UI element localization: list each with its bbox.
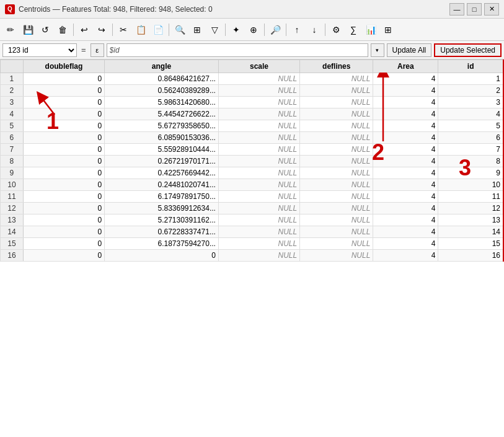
id-cell[interactable]: 1: [438, 73, 503, 85]
id-cell[interactable]: 3: [438, 97, 503, 108]
table-row[interactable]: 1305.27130391162...NULLNULL413: [1, 214, 504, 226]
table-cell[interactable]: 0: [23, 226, 104, 238]
window-controls[interactable]: — □ ✕: [449, 3, 499, 15]
table-cell[interactable]: 4: [373, 167, 438, 179]
update-all-button[interactable]: Update All: [387, 43, 432, 57]
table-cell[interactable]: 5.55928910444...: [105, 144, 219, 156]
select-btn[interactable]: ⊞: [189, 22, 205, 38]
table-cell[interactable]: 4: [373, 238, 438, 250]
add-row-btn[interactable]: ⊕: [245, 22, 262, 38]
table-cell[interactable]: NULL: [218, 97, 299, 108]
id-cell[interactable]: 7: [438, 144, 503, 156]
table-cell[interactable]: NULL: [218, 203, 299, 214]
field-selector[interactable]: 123 id: [2, 43, 77, 57]
table-cell[interactable]: 4: [373, 214, 438, 226]
table-row[interactable]: 800.26721970171...NULLNULL48: [1, 156, 504, 167]
table-cell[interactable]: NULL: [218, 214, 299, 226]
table-cell[interactable]: NULL: [218, 156, 299, 167]
table-cell[interactable]: 5.27130391162...: [105, 214, 219, 226]
table-cell[interactable]: NULL: [300, 108, 373, 120]
id-cell[interactable]: 10: [438, 179, 503, 191]
id-cell[interactable]: 16: [438, 250, 503, 262]
zoom-btn[interactable]: 🔍: [172, 22, 188, 38]
table-cell[interactable]: 0: [23, 108, 104, 120]
table-cell[interactable]: NULL: [300, 120, 373, 132]
id-cell[interactable]: 8: [438, 156, 503, 167]
table-row[interactable]: 606.08590153036...NULLNULL46: [1, 132, 504, 144]
id-cell[interactable]: 2: [438, 85, 503, 97]
table-cell[interactable]: 0: [23, 191, 104, 203]
paste-btn[interactable]: 📄: [150, 22, 166, 38]
table-cell[interactable]: NULL: [300, 132, 373, 144]
delete-btn[interactable]: 🗑: [55, 22, 71, 38]
table-cell[interactable]: 0.24481020741...: [105, 179, 219, 191]
table-cell[interactable]: NULL: [218, 250, 299, 262]
maximize-button[interactable]: □: [467, 3, 482, 15]
close-button[interactable]: ✕: [484, 3, 499, 15]
table-row[interactable]: 1600NULLNULL416: [1, 250, 504, 262]
table-cell[interactable]: NULL: [218, 85, 299, 97]
table-cell[interactable]: 0: [23, 156, 104, 167]
table-cell[interactable]: 5.44542726622...: [105, 108, 219, 120]
calc-btn[interactable]: ∑: [345, 22, 361, 38]
col-header-id[interactable]: id: [438, 60, 503, 73]
cut-btn[interactable]: ✂: [115, 22, 131, 38]
search-btn[interactable]: 🔎: [267, 22, 283, 38]
table-cell[interactable]: 4: [373, 108, 438, 120]
table-row[interactable]: 305.98631420680...NULLNULL43: [1, 97, 504, 108]
table-cell[interactable]: 0: [23, 167, 104, 179]
table-cell[interactable]: 0.26721970171...: [105, 156, 219, 167]
table-cell[interactable]: NULL: [218, 191, 299, 203]
table-cell[interactable]: 6.18737594270...: [105, 238, 219, 250]
table-cell[interactable]: NULL: [218, 167, 299, 179]
table-cell[interactable]: NULL: [218, 120, 299, 132]
col-header-area[interactable]: Area: [373, 60, 438, 73]
table-cell[interactable]: 0: [23, 85, 104, 97]
settings-btn[interactable]: ⚙: [328, 22, 344, 38]
table-cell[interactable]: 6.08590153036...: [105, 132, 219, 144]
table-cell[interactable]: NULL: [218, 73, 299, 85]
table-cell[interactable]: 6.17497891750...: [105, 191, 219, 203]
table-cell[interactable]: 0.86486421627...: [105, 73, 219, 85]
table-cell[interactable]: NULL: [300, 73, 373, 85]
table-cell[interactable]: 0.67228337471...: [105, 226, 219, 238]
table-cell[interactable]: NULL: [300, 167, 373, 179]
id-cell[interactable]: 6: [438, 132, 503, 144]
expression-dropdown[interactable]: ▾: [371, 43, 384, 57]
table-cell[interactable]: 0: [23, 132, 104, 144]
save-btn[interactable]: 💾: [20, 22, 36, 38]
reload-btn[interactable]: ↺: [37, 22, 53, 38]
table-cell[interactable]: 0: [23, 179, 104, 191]
table-cell[interactable]: 4: [373, 120, 438, 132]
table-cell[interactable]: 4: [373, 191, 438, 203]
table-cell[interactable]: NULL: [300, 226, 373, 238]
table-row[interactable]: 1106.17497891750...NULLNULL411: [1, 191, 504, 203]
id-cell[interactable]: 13: [438, 214, 503, 226]
table-row[interactable]: 1205.83369912634...NULLNULL412: [1, 203, 504, 214]
table-cell[interactable]: 4: [373, 226, 438, 238]
table-cell[interactable]: 0: [23, 250, 104, 262]
minimize-button[interactable]: —: [449, 3, 464, 15]
export-btn[interactable]: ↑: [289, 22, 305, 38]
table-cell[interactable]: 0: [23, 97, 104, 108]
id-cell[interactable]: 11: [438, 191, 503, 203]
epsilon-button[interactable]: ε: [91, 43, 104, 57]
table-cell[interactable]: 0: [23, 120, 104, 132]
table-cell[interactable]: NULL: [300, 250, 373, 262]
grid-btn[interactable]: ⊞: [380, 22, 396, 38]
col-header-deflines[interactable]: deflines: [300, 60, 373, 73]
table-cell[interactable]: NULL: [300, 203, 373, 214]
table-cell[interactable]: NULL: [300, 191, 373, 203]
id-cell[interactable]: 15: [438, 238, 503, 250]
table-cell[interactable]: 0: [105, 250, 219, 262]
import-btn[interactable]: ↓: [306, 22, 322, 38]
table-cell[interactable]: NULL: [300, 97, 373, 108]
table-cell[interactable]: 0.56240389289...: [105, 85, 219, 97]
table-row[interactable]: 505.67279358650...NULLNULL45: [1, 120, 504, 132]
table-cell[interactable]: 4: [373, 156, 438, 167]
table-cell[interactable]: NULL: [300, 238, 373, 250]
table-cell[interactable]: NULL: [218, 179, 299, 191]
table-cell[interactable]: NULL: [218, 226, 299, 238]
stats-btn[interactable]: 📊: [363, 22, 379, 38]
table-cell[interactable]: NULL: [218, 132, 299, 144]
